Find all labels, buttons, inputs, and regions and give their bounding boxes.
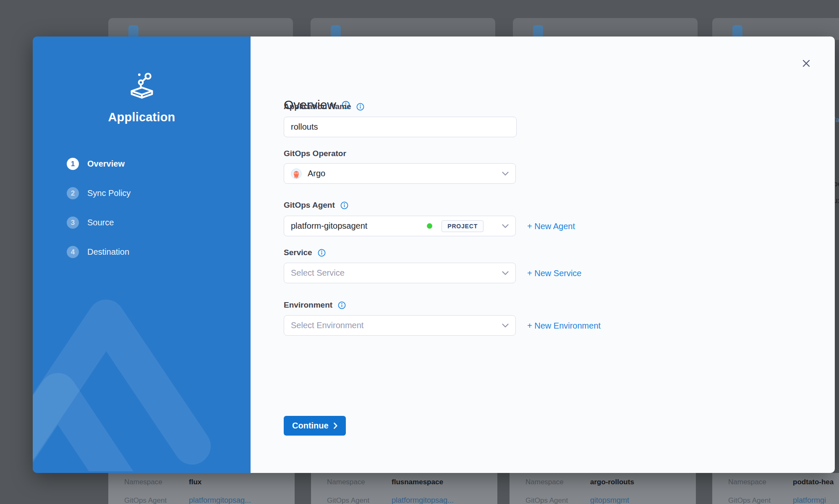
gitops-agent-select[interactable]: platform-gitopsagent PROJECT — [284, 216, 516, 236]
screen: { "modal": { "title": "Overview", "close… — [0, 0, 839, 504]
environment-label: Environment — [284, 300, 332, 310]
new-agent-link[interactable]: + New Agent — [527, 222, 575, 231]
wizard-sidebar: Application 1 Overview 2 Sync Policy 3 S… — [33, 37, 251, 473]
service-label: Service — [284, 248, 312, 257]
step-number: 4 — [67, 246, 79, 258]
chevron-right-icon — [334, 423, 337, 429]
background-app-card: Namespaceflux GitOps Agentplatformgitops… — [108, 473, 295, 504]
continue-label: Continue — [292, 421, 329, 431]
app-card-icon — [128, 25, 139, 38]
environment-info-icon[interactable] — [338, 301, 346, 309]
agent-health-dot — [427, 223, 432, 229]
gitops-agent-info-icon[interactable] — [340, 201, 348, 209]
namespace-label: Namespace — [728, 478, 793, 486]
new-service-link[interactable]: + New Service — [527, 269, 582, 278]
gitops-agent-label: GitOps Agent — [284, 201, 335, 210]
step-destination[interactable]: 4 Destination — [67, 246, 131, 258]
environment-select[interactable]: Select Environment — [284, 315, 516, 336]
gitops-operator-label: GitOps Operator — [284, 149, 346, 158]
namespace-value: flusnamespace — [392, 478, 443, 486]
chevron-down-icon — [502, 224, 509, 228]
application-gitops-icon — [125, 70, 158, 104]
app-card-icon — [331, 25, 341, 38]
gitops-agent-value: platformgitopsag... — [189, 496, 251, 504]
application-name-input[interactable] — [284, 117, 517, 137]
step-sync-policy[interactable]: 2 Sync Policy — [67, 187, 131, 199]
namespace-value: flux — [189, 478, 201, 486]
gitops-agent-value: platformgi — [793, 496, 826, 504]
chevron-down-icon — [502, 324, 509, 328]
step-source[interactable]: 3 Source — [67, 217, 131, 229]
namespace-label: Namespace — [327, 478, 392, 486]
gitops-agent-value: gitopsmgmt — [590, 496, 629, 504]
application-name-info-icon[interactable] — [356, 103, 364, 111]
namespace-value: argo-rollouts — [590, 478, 634, 486]
service-info-icon[interactable] — [318, 249, 326, 257]
service-select[interactable]: Select Service — [284, 263, 516, 283]
gitops-agent-label: GitOps Agent — [728, 496, 793, 504]
app-card-icon — [533, 25, 543, 38]
application-name-label: Application Name — [284, 102, 351, 111]
scope-badge: PROJECT — [442, 220, 484, 232]
step-label: Source — [87, 218, 114, 227]
wizard-steps: 1 Overview 2 Sync Policy 3 Source 4 Dest… — [67, 158, 131, 275]
step-label: Destination — [87, 247, 129, 257]
chevron-down-icon — [502, 172, 509, 176]
argo-icon — [291, 168, 302, 179]
step-number: 2 — [67, 187, 79, 199]
step-label: Sync Policy — [87, 188, 131, 198]
close-icon[interactable] — [800, 57, 812, 69]
gitops-operator-value: Argo — [308, 169, 325, 178]
step-number: 1 — [67, 158, 79, 170]
app-card-icon — [732, 25, 742, 38]
gitops-operator-select[interactable]: Argo — [284, 163, 516, 184]
step-label: Overview — [87, 159, 125, 169]
background-app-card: Namespaceargo-rollouts GitOps Agentgitop… — [510, 473, 696, 504]
gitops-agent-label: GitOps Agent — [525, 496, 590, 504]
gitops-agent-value: platform-gitopsagent — [291, 221, 367, 231]
create-application-modal: Application 1 Overview 2 Sync Policy 3 S… — [33, 37, 835, 473]
chevron-down-icon — [502, 271, 509, 275]
step-number: 3 — [67, 217, 79, 229]
namespace-label: Namespace — [525, 478, 590, 486]
background-app-card: Namespacepodtato-hea GitOps Agentplatfor… — [712, 473, 839, 504]
namespace-label: Namespace — [124, 478, 189, 486]
modal-content: Overview Application Name GitOps Operato… — [251, 37, 835, 473]
environment-placeholder: Select Environment — [291, 321, 363, 330]
gitops-agent-value: platformgitopsag... — [392, 496, 454, 504]
brand-watermark-logo — [33, 270, 226, 473]
namespace-value: podtato-hea — [793, 478, 834, 486]
continue-button[interactable]: Continue — [284, 416, 346, 436]
background-app-card: Namespaceflusnamespace GitOps Agentplatf… — [311, 473, 497, 504]
wizard-title: Application — [33, 110, 251, 124]
step-overview[interactable]: 1 Overview — [67, 158, 131, 170]
service-placeholder: Select Service — [291, 268, 345, 278]
new-environment-link[interactable]: + New Environment — [527, 321, 601, 331]
gitops-agent-label: GitOps Agent — [327, 496, 392, 504]
gitops-agent-label: GitOps Agent — [124, 496, 189, 504]
